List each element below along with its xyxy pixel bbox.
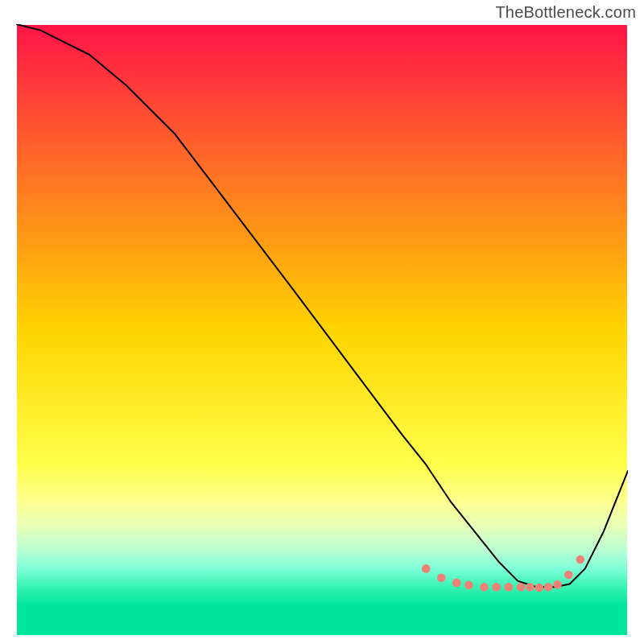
dot-optimal-dots: [576, 555, 584, 564]
svg-rect-0: [16, 24, 628, 636]
chart-svg: [16, 24, 628, 636]
dot-optimal-dots: [422, 564, 431, 573]
dot-optimal-dots: [452, 579, 461, 588]
dot-optimal-dots: [526, 583, 535, 592]
dot-optimal-dots: [553, 580, 562, 589]
dot-optimal-dots: [517, 583, 526, 592]
watermark-text: TheBottleneck.com: [495, 3, 636, 22]
dot-optimal-dots: [480, 583, 489, 592]
dot-optimal-dots: [544, 583, 553, 592]
chart-frame: TheBottleneck.com: [0, 0, 644, 644]
plot-area: [16, 24, 628, 636]
dot-optimal-dots: [505, 583, 514, 592]
dot-optimal-dots: [437, 574, 446, 583]
dot-optimal-dots: [464, 581, 473, 590]
dot-optimal-dots: [564, 571, 573, 580]
dot-optimal-dots: [535, 584, 544, 592]
dot-optimal-dots: [492, 583, 501, 592]
